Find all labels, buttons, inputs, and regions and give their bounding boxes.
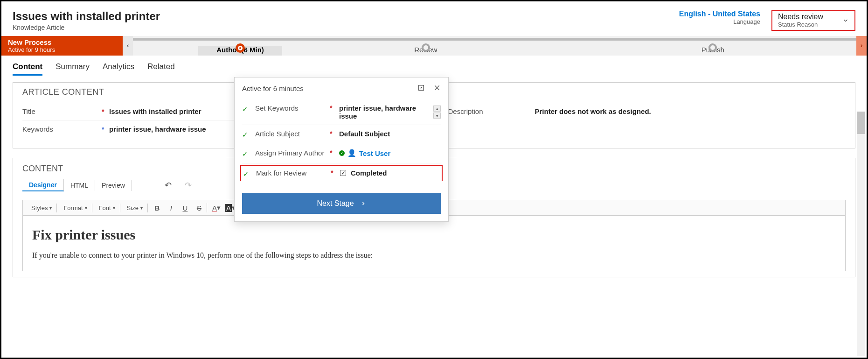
person-icon: 👤 [347, 149, 356, 157]
toolbar-size[interactable]: Size▾ [122, 204, 148, 212]
undo-button[interactable]: ↶ [165, 180, 172, 190]
stage-publish-indicator-icon [708, 43, 717, 52]
checkbox-checked-icon[interactable]: ✓ [340, 170, 346, 176]
flyout-keywords-label: Set Keywords [255, 104, 325, 112]
tab-summary[interactable]: Summary [56, 62, 90, 76]
close-icon[interactable] [433, 84, 441, 93]
highlight-button[interactable]: A▾ [226, 203, 235, 212]
tab-analytics[interactable]: Analytics [103, 62, 134, 76]
process-prev-button[interactable] [123, 36, 133, 56]
process-name-block[interactable]: New Process Active for 9 hours [1, 36, 123, 56]
required-icon: * [330, 149, 334, 156]
flyout-row-keywords[interactable]: ✓ Set Keywords * printer issue, hardware… [242, 99, 441, 125]
header-right: English - United States Language Needs r… [679, 10, 855, 31]
stage-review[interactable]: Review [282, 46, 569, 56]
language-value: English - United States [679, 10, 760, 18]
field-description[interactable]: Description Printer does not work as des… [448, 103, 846, 120]
flyout-row-subject[interactable]: ✓ Article Subject * Default Subject [242, 125, 441, 144]
description-value: Printer does not work as designed. [535, 107, 846, 115]
title-label: Title [22, 107, 102, 115]
flyout-title: Active for 6 minutes [242, 84, 304, 92]
status-value: Needs review [778, 13, 831, 21]
bold-button[interactable]: B [153, 203, 162, 212]
italic-button[interactable]: I [167, 203, 176, 212]
underline-button[interactable]: U [181, 203, 190, 212]
flyout-row-mark-review[interactable]: ✓ Mark for Review * ✓ Completed [240, 165, 443, 181]
toolbar-styles[interactable]: Styles▾ [27, 204, 57, 212]
process-line [133, 38, 856, 41]
stage-author[interactable]: Author (6 Min) [198, 46, 282, 56]
check-icon: ✓ [242, 131, 250, 139]
language-label: Language [679, 18, 760, 25]
process-track: Author (6 Min) Review Publish [133, 36, 856, 56]
stage-flyout: Active for 6 minutes ✓ Set Keywords * pr… [234, 77, 449, 222]
recommended-icon: * [102, 126, 109, 133]
flyout-row-author[interactable]: ✓ Assign Primary Author * 👤 Test User [242, 144, 441, 163]
required-icon: * [102, 108, 109, 115]
record-entity: Knowledge Article [13, 24, 160, 31]
next-stage-button[interactable]: Next Stage [242, 193, 441, 214]
flyout-author-value: 👤 Test User [339, 149, 441, 157]
flyout-mark-value: ✓ Completed [340, 169, 440, 177]
check-icon: ✓ [243, 170, 251, 178]
tab-content[interactable]: Content [13, 62, 42, 76]
flyout-subject-value: Default Subject [339, 130, 441, 138]
process-name: New Process [8, 38, 116, 46]
stage-publish[interactable]: Publish [569, 46, 857, 56]
status-reason-field[interactable]: Needs review Status Reason [771, 10, 855, 31]
required-icon: * [330, 130, 334, 137]
subtab-preview[interactable]: Preview [95, 180, 132, 191]
flyout-keywords-value: printer issue, hardware issue ▴▾ [339, 104, 441, 120]
status-label: Status Reason [778, 21, 831, 28]
tab-related[interactable]: Related [147, 62, 175, 76]
toolbar-font[interactable]: Font▾ [94, 204, 120, 212]
stage-author-indicator-icon [236, 43, 245, 53]
record-title: Issues with installed printer [13, 10, 160, 23]
flyout-subject-label: Article Subject [255, 130, 325, 138]
redo-button[interactable]: ↷ [185, 180, 192, 190]
toolbar-format[interactable]: Format▾ [59, 204, 92, 212]
business-process-flow: New Process Active for 9 hours Author (6… [1, 36, 867, 56]
keywords-label: Keywords [22, 125, 102, 133]
next-stage-label: Next Stage [317, 199, 354, 208]
description-label: Description [448, 107, 528, 115]
presence-icon [339, 150, 345, 156]
text-color-button[interactable]: A▾ [212, 203, 221, 212]
stage-review-indicator-icon [422, 43, 430, 52]
check-icon: ✓ [242, 105, 250, 113]
flyout-author-label: Assign Primary Author [255, 149, 325, 157]
header-left: Issues with installed printer Knowledge … [13, 10, 160, 31]
author-user-link[interactable]: Test User [359, 149, 390, 157]
editor-body[interactable]: Fix printer issues If you're unable to c… [22, 216, 846, 271]
content-paragraph: If you're unable to connect to your prin… [32, 251, 836, 260]
vertical-scrollbar[interactable] [857, 112, 865, 356]
process-next-button[interactable] [856, 36, 867, 56]
check-icon: ✓ [242, 150, 250, 158]
language-field[interactable]: English - United States Language [679, 10, 760, 25]
dock-icon[interactable] [417, 84, 425, 93]
required-icon: * [331, 169, 335, 176]
required-icon: * [330, 104, 334, 112]
strike-button[interactable]: S [194, 203, 204, 212]
subtab-html[interactable]: HTML [64, 180, 95, 191]
form-tabs: Content Summary Analytics Related [1, 56, 867, 76]
flyout-mark-label: Mark for Review [256, 169, 326, 177]
content-heading: Fix printer issues [32, 227, 836, 243]
mini-scroll[interactable]: ▴▾ [433, 106, 441, 119]
process-active-for: Active for 9 hours [8, 46, 116, 53]
record-header: Issues with installed printer Knowledge … [1, 1, 867, 36]
subtab-designer[interactable]: Designer [22, 179, 64, 191]
chevron-down-icon [842, 17, 849, 25]
